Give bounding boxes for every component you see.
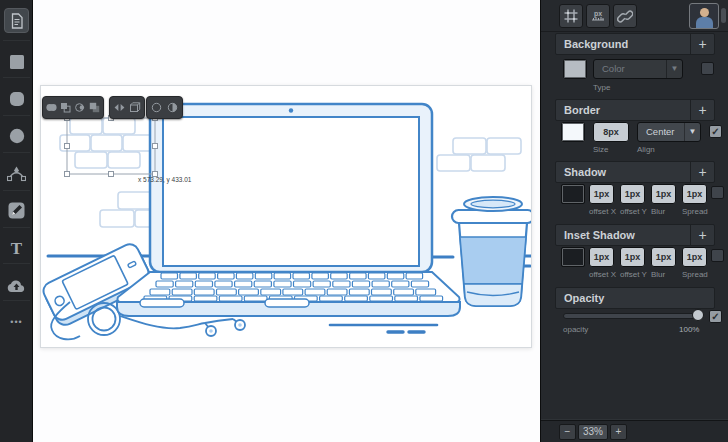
inset-shadow-enabled-checkbox[interactable] (711, 249, 724, 262)
chevron-down-icon: ▼ (666, 60, 682, 78)
inset-shadow-offset-y-input[interactable]: 1px (620, 247, 645, 267)
zoom-in-button[interactable]: + (610, 424, 627, 440)
pixel-units-icon: px (590, 8, 606, 24)
shadow-blur-label: Blur (651, 207, 665, 216)
shadow-color-swatch[interactable] (561, 184, 585, 204)
divider (3, 77, 30, 78)
panel-scroll-handle[interactable] (721, 8, 726, 23)
sidebar-tool-rounded-rectangle[interactable] (0, 80, 33, 117)
document-icon (10, 13, 24, 29)
shadow-offset-x-input[interactable]: 1px (589, 184, 614, 204)
section-header-border: Border + (555, 99, 715, 121)
sidebar-tool-text[interactable]: T (0, 230, 33, 267)
section-title: Inset Shadow (556, 229, 690, 241)
divider (3, 190, 30, 191)
avatar-head (700, 8, 709, 17)
artboard[interactable]: x 573.29, y 433.01 (40, 85, 532, 348)
shadow-lines (330, 325, 437, 332)
cloud-upload-icon (7, 279, 26, 293)
pixel-units-button[interactable]: px (586, 4, 610, 28)
section-header-background: Background + (555, 33, 715, 55)
flip-horizontal-icon[interactable] (113, 101, 126, 114)
laptop (117, 104, 460, 316)
shadow-blur-input[interactable]: 1px (651, 184, 676, 204)
inset-shadow-spread-label: Spread (682, 270, 708, 279)
svg-text:px: px (594, 10, 602, 18)
inset-shadow-color-swatch[interactable] (561, 247, 585, 267)
inset-shadow-offset-y-label: offset Y (620, 270, 647, 279)
app-window: T ••• (0, 0, 728, 442)
section-title: Background (556, 38, 690, 50)
link-icon (617, 8, 633, 24)
add-background-button[interactable]: + (690, 34, 714, 54)
shadow-offset-x-label: offset X (589, 207, 616, 216)
canvas-area[interactable]: x 573.29, y 433.01 (33, 0, 540, 442)
shadow-offset-y-label: offset Y (620, 207, 647, 216)
zoom-out-button[interactable]: − (559, 424, 576, 440)
section-header-inset-shadow: Inset Shadow + (555, 224, 715, 246)
shadow-enabled-checkbox[interactable] (711, 186, 724, 199)
union-icon[interactable] (45, 101, 58, 114)
text-icon: T (11, 239, 22, 259)
sidebar-tool-ellipse[interactable] (0, 117, 33, 154)
webcam-dot (289, 108, 293, 112)
rounded-square-icon (9, 91, 25, 107)
shadow-spread-input[interactable]: 1px (682, 184, 707, 204)
sidebar-tool-rectangle[interactable] (0, 43, 33, 80)
sidebar-tool-upload[interactable] (0, 267, 33, 304)
avatar-body (696, 17, 713, 29)
opacity-slider[interactable] (563, 313, 703, 319)
sidebar-tool-more[interactable]: ••• (0, 303, 33, 340)
divider (3, 300, 30, 301)
shadow-offset-y-input[interactable]: 1px (620, 184, 645, 204)
divider (3, 40, 30, 41)
divider (3, 227, 30, 228)
add-inset-shadow-button[interactable]: + (690, 225, 714, 245)
section-title: Border (556, 104, 690, 116)
brick-pattern-selected[interactable] (60, 118, 152, 168)
section-title: Opacity (556, 292, 714, 304)
mask-icon[interactable] (150, 101, 163, 114)
intersect-icon[interactable] (74, 101, 87, 114)
background-type-dropdown[interactable]: Color ▼ (593, 59, 683, 79)
opacity-enabled-checkbox[interactable]: ✓ (709, 310, 722, 323)
sidebar-tool-pen[interactable] (0, 155, 33, 192)
section-title: Shadow (556, 166, 690, 178)
user-avatar[interactable] (689, 3, 719, 29)
context-toolbar-boolean-group (42, 96, 104, 119)
sidebar-tool-page[interactable] (0, 2, 33, 39)
border-align-dropdown[interactable]: Center ▼ (637, 122, 701, 142)
border-size-label: Size (593, 145, 609, 154)
inverted-mask-icon[interactable] (166, 101, 179, 114)
sidebar-tool-pencil[interactable] (0, 192, 33, 229)
opacity-label: opacity (563, 325, 588, 334)
cube-icon[interactable] (128, 101, 141, 114)
background-color-swatch[interactable] (563, 59, 587, 79)
border-enabled-checkbox[interactable]: ✓ (709, 125, 722, 138)
context-toolbar-mask-group (146, 96, 183, 119)
divider (3, 115, 30, 116)
divider (3, 263, 30, 264)
section-header-opacity: Opacity (555, 287, 715, 309)
exclude-icon[interactable] (88, 101, 101, 114)
snap-grid-button[interactable] (559, 4, 583, 28)
inset-shadow-blur-label: Blur (651, 270, 665, 279)
border-align-value: Center (646, 126, 675, 137)
properties-panel: px Background + Color ▼ (540, 0, 728, 442)
link-button[interactable] (613, 4, 637, 28)
inset-shadow-spread-input[interactable]: 1px (682, 247, 707, 267)
inset-shadow-offset-x-input[interactable]: 1px (589, 247, 614, 267)
border-size-input[interactable]: 8px (593, 122, 629, 142)
opacity-slider-handle[interactable] (692, 309, 704, 321)
selected-tool-highlight (4, 8, 29, 33)
subtract-icon[interactable] (59, 101, 72, 114)
background-enabled-checkbox[interactable] (701, 62, 714, 75)
background-type-label: Type (593, 83, 610, 92)
border-color-swatch[interactable] (561, 122, 585, 142)
opacity-value: 100% (679, 325, 699, 334)
left-toolbar: T ••• (0, 0, 33, 442)
add-shadow-button[interactable]: + (690, 162, 714, 182)
add-border-button[interactable]: + (690, 100, 714, 120)
inset-shadow-blur-input[interactable]: 1px (651, 247, 676, 267)
zoom-bar: − 33% + (541, 420, 728, 442)
